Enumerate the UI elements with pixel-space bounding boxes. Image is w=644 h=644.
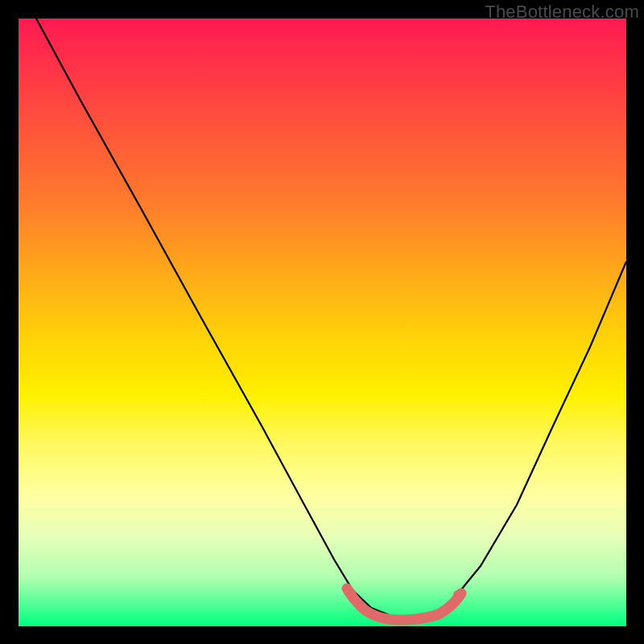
chart-plot-area bbox=[19, 19, 626, 626]
highlight-dot-right bbox=[453, 590, 463, 600]
highlight-dot-left bbox=[346, 588, 356, 598]
curve-path bbox=[36, 19, 626, 617]
watermark-text: TheBottleneck.com bbox=[485, 2, 639, 23]
optimal-band-highlight bbox=[347, 588, 461, 620]
bottleneck-curve bbox=[19, 19, 626, 626]
